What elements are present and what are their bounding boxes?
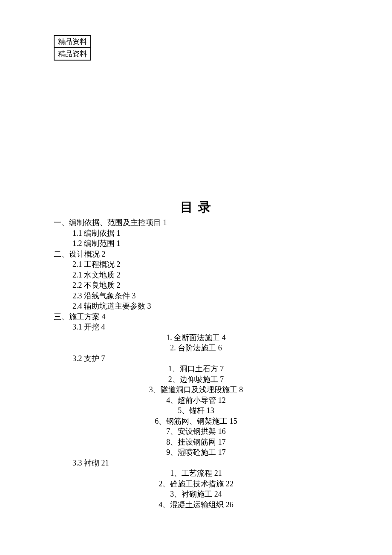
stamp-row-1: 精品资料: [55, 36, 90, 48]
toc-entry: 3、隧道洞口及浅埋段施工 8: [0, 384, 392, 395]
toc-entry: 1.1 编制依据 1: [0, 228, 392, 239]
toc-entry: 2.1 工程概况 2: [0, 259, 392, 270]
toc-entry: 2. 台阶法施工 6: [0, 343, 392, 353]
toc-entry: 1、洞口土石方 7: [0, 364, 392, 374]
toc-entry: 1、工艺流程 21: [0, 468, 392, 479]
toc-entry: 7、安设钢拱架 16: [0, 426, 392, 437]
toc-entry: 5、锚杆 13: [0, 405, 392, 416]
toc-entry: 4、混凝土运输组织 26: [0, 500, 392, 510]
page-title: 目 录: [0, 199, 392, 216]
toc-entry: 二、设计概况 2: [0, 249, 392, 260]
toc-entry: 8、挂设钢筋网 17: [0, 437, 392, 448]
toc-entry: 三、施工方案 4: [0, 312, 392, 322]
table-of-contents: 一、编制依据、范围及主控项目 11.1 编制依据 11.2 编制范围 1二、设计…: [0, 217, 392, 510]
toc-entry: 3.3 衬砌 21: [0, 458, 392, 468]
toc-entry: 3、衬砌施工 24: [0, 489, 392, 500]
stamp-row-2: 精品资料: [55, 48, 90, 60]
toc-entry: 2.2 不良地质 2: [0, 280, 392, 291]
toc-entry: 2.4 辅助坑道主要参数 3: [0, 301, 392, 312]
toc-entry: 2、边仰坡施工 7: [0, 374, 392, 385]
toc-entry: 2.1 水文地质 2: [0, 270, 392, 280]
toc-entry: 2.3 沿线气象条件 3: [0, 291, 392, 301]
toc-entry: 6、钢筋网、钢架施工 15: [0, 416, 392, 427]
toc-entry: 1.2 编制范围 1: [0, 238, 392, 249]
toc-entry: 9、湿喷砼施工 17: [0, 447, 392, 458]
toc-entry: 一、编制依据、范围及主控项目 1: [0, 217, 392, 228]
stamp-box: 精品资料 精品资料: [54, 35, 91, 61]
toc-entry: 4、超前小导管 12: [0, 395, 392, 406]
toc-entry: 3.1 开挖 4: [0, 322, 392, 332]
toc-entry: 1. 全断面法施工 4: [0, 332, 392, 343]
toc-entry: 3.2 支护 7: [0, 353, 392, 364]
toc-entry: 2、砼施工技术措施 22: [0, 479, 392, 489]
